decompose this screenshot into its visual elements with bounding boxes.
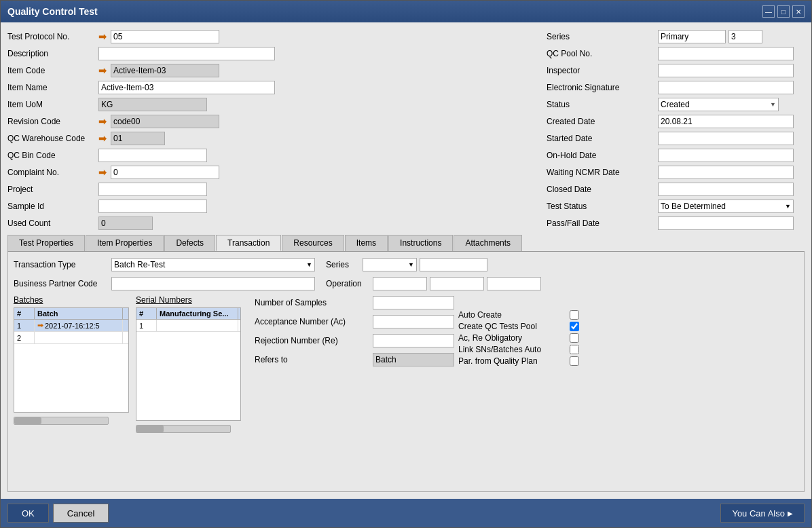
test-status-wrapper: To Be Determined Pass Fail ▼ (658, 200, 794, 213)
operation-input1[interactable] (373, 277, 427, 290)
created-date-input[interactable] (658, 115, 794, 128)
par-quality-plan-checkbox[interactable] (570, 356, 579, 366)
batches-grid: # Batch 1 ➡ 2021-07-16:12:5 (14, 307, 129, 413)
tab-resources[interactable]: Resources (282, 235, 344, 251)
batch-row-2[interactable]: 2 (14, 332, 128, 344)
batch-scrollbar[interactable] (14, 415, 129, 425)
transaction-type-select[interactable]: Batch Re-Test New (111, 258, 315, 271)
pass-fail-date-row: Pass/Fail Date (547, 216, 805, 231)
acceptance-input[interactable] (373, 315, 454, 328)
tab-defects[interactable]: Defects (164, 235, 215, 251)
lower-transaction: Batches # Batch 1 ➡ 2021-07-16:12:5 (14, 295, 798, 486)
batches-header: # Batch (14, 308, 128, 320)
bp-label: Business Partner Code (14, 279, 109, 288)
closed-date-input[interactable] (658, 183, 794, 196)
refers-to-input[interactable] (373, 353, 454, 366)
tab-attachments[interactable]: Attachments (454, 235, 522, 251)
bp-input[interactable] (111, 277, 315, 290)
create-qc-tests-pool-checkbox[interactable] (570, 322, 579, 331)
batch-col-num: # (14, 308, 35, 319)
electronic-signature-input[interactable] (658, 81, 794, 94)
tab-instructions[interactable]: Instructions (388, 235, 453, 251)
series-trans-select[interactable] (363, 258, 417, 271)
batch-arrow-1: ➡ (37, 321, 43, 330)
inspector-input[interactable] (658, 64, 794, 77)
operation-input3[interactable] (487, 277, 541, 290)
transaction-type-wrapper: Batch Re-Test New ▼ (111, 258, 315, 271)
batch-cell-val-2 (35, 332, 123, 343)
project-input[interactable] (98, 183, 207, 196)
qc-bin-input[interactable] (98, 149, 207, 162)
item-code-input[interactable] (111, 64, 219, 77)
complaint-no-input[interactable] (111, 166, 219, 179)
complaint-no-arrow: ➡ (98, 167, 107, 178)
num-samples-label: Number of Samples (255, 298, 370, 307)
serial-cell-val-1 (157, 320, 238, 331)
top-section: Test Protocol No. ➡ Description Item Cod… (7, 29, 805, 231)
status-select[interactable]: Created Started Closed (658, 98, 779, 111)
qc-warehouse-input[interactable] (111, 132, 165, 145)
auto-create-checkbox[interactable] (570, 310, 579, 320)
started-date-input[interactable] (658, 132, 794, 145)
bp-row: Business Partner Code (14, 276, 315, 291)
series-trans-extra[interactable] (420, 258, 487, 271)
series-label: Series (547, 32, 655, 41)
maximize-button[interactable]: □ (777, 5, 790, 18)
closed-date-label: Closed Date (547, 185, 655, 194)
transaction-type-row: Transaction Type Batch Re-Test New ▼ (14, 257, 315, 272)
tab-item-properties[interactable]: Item Properties (86, 235, 164, 251)
window-controls: — □ ✕ (762, 5, 805, 18)
ok-button[interactable]: OK (7, 504, 49, 523)
tab-items[interactable]: Items (345, 235, 388, 251)
qc-pool-input[interactable] (658, 47, 794, 60)
inspector-row: Inspector (547, 63, 805, 78)
main-window: Quality Control Test — □ ✕ Test Protocol… (0, 0, 812, 528)
series-dropdown[interactable] (658, 30, 726, 43)
qc-bin-row: QC Bin Code (7, 148, 540, 163)
serial-row-1[interactable]: 1 (136, 320, 240, 332)
on-hold-date-input[interactable] (658, 149, 794, 162)
tab-test-properties[interactable]: Test Properties (7, 235, 85, 251)
status-row: Status Created Started Closed ▼ (547, 97, 805, 112)
operation-input2[interactable] (430, 277, 484, 290)
item-name-input[interactable] (98, 81, 275, 94)
num-samples-input[interactable] (373, 296, 454, 309)
batch-row-1[interactable]: 1 ➡ 2021-07-16:12:5 (14, 320, 128, 332)
num-samples-row: Number of Samples (255, 295, 579, 310)
minimize-button[interactable]: — (762, 5, 775, 18)
link-sns-batches-checkbox[interactable] (570, 345, 579, 354)
operation-row: Operation (326, 276, 541, 291)
test-protocol-input[interactable] (111, 30, 219, 43)
sample-id-input[interactable] (98, 200, 207, 213)
series-trans-label: Series (326, 260, 360, 269)
auto-create-label: Auto Create (458, 310, 567, 320)
electronic-signature-label: Electronic Signature (547, 83, 655, 92)
revision-code-input[interactable] (111, 115, 219, 128)
series-trans-row: Series ▼ (326, 257, 487, 272)
main-content: Test Protocol No. ➡ Description Item Cod… (1, 22, 811, 499)
serial-numbers-section: Serial Numbers # Manufacturing Se... 1 (136, 295, 241, 486)
ac-re-obligatory-checkbox[interactable] (570, 333, 579, 343)
par-quality-plan-row: Par. from Quality Plan (458, 356, 579, 366)
series-number[interactable] (728, 30, 762, 43)
on-hold-date-row: On-Hold Date (547, 148, 805, 163)
batch-cell-num-2: 2 (14, 332, 35, 343)
rejection-input[interactable] (373, 334, 454, 347)
item-uom-input[interactable] (98, 98, 207, 111)
description-input[interactable] (98, 47, 275, 60)
serial-scrollbar[interactable] (136, 423, 241, 433)
complaint-no-label: Complaint No. (7, 168, 96, 177)
cancel-button[interactable]: Cancel (53, 504, 109, 523)
samples-checkboxes-section: Number of Samples Acceptance Number (Ac)… (255, 295, 579, 486)
test-status-select[interactable]: To Be Determined Pass Fail (658, 200, 794, 213)
status-label: Status (547, 100, 655, 109)
used-count-input[interactable] (98, 216, 153, 230)
tab-transaction[interactable]: Transaction (216, 235, 281, 251)
series-row: Series (547, 29, 805, 44)
you-can-also-button[interactable]: You Can Also ▶ (720, 504, 805, 523)
waiting-ncmr-input[interactable] (658, 166, 794, 179)
pass-fail-date-input[interactable] (658, 216, 794, 230)
item-code-label: Item Code (7, 66, 96, 75)
close-button[interactable]: ✕ (792, 5, 805, 18)
closed-date-row: Closed Date (547, 182, 805, 197)
